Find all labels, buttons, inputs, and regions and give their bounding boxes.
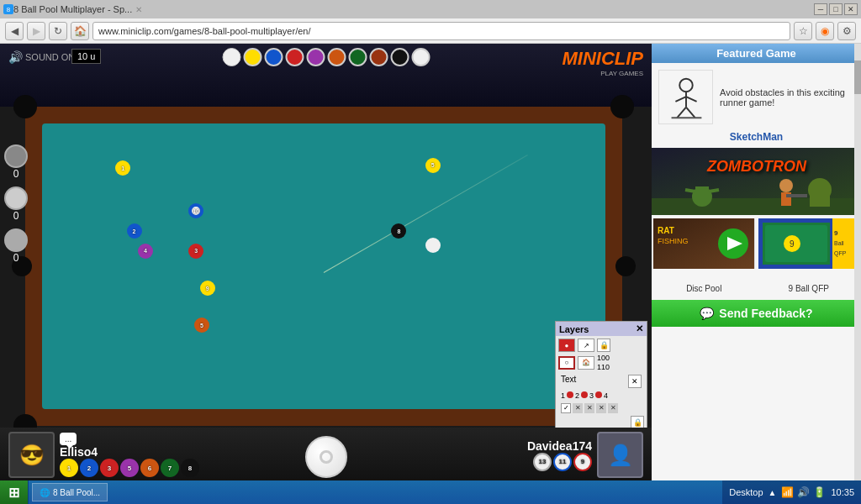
zombotron-image: ZOMBOTRON (652, 148, 861, 215)
x-1[interactable]: ✕ (573, 403, 583, 413)
svg-text:ZOMBOTRON: ZOMBOTRON (706, 158, 807, 175)
p2-ball-2: 11 (553, 453, 572, 471)
layer-house[interactable]: 🏠 (578, 356, 594, 370)
sound-button[interactable]: 🔊 SOUND ON (8, 50, 75, 64)
featured-name-text: SketchMan (730, 131, 783, 143)
tray-expand: ▲ (769, 488, 777, 497)
disc-pool-label: Disc Pool (686, 284, 721, 293)
layer-red-dot[interactable]: ● (558, 339, 575, 352)
score-item-2: 0 (4, 186, 28, 222)
9ball-label: 9 Ball QFP (789, 284, 829, 293)
scrollbar-track[interactable] (854, 44, 861, 480)
p1-ball-7: 8 (181, 459, 199, 477)
ball-black: 8 (391, 223, 406, 239)
scrollbar-thumb[interactable] (854, 60, 861, 94)
layer-lock-1[interactable]: 🔒 (597, 339, 610, 352)
ball-red2: 3 (188, 244, 203, 259)
star-button[interactable]: ☆ (794, 22, 812, 40)
x-4[interactable]: ✕ (608, 403, 618, 413)
address-bar[interactable]: www.miniclip.com/games/8-ball-pool-multi… (92, 22, 790, 40)
nav-bar: ◀ ▶ ↻ 🏠 www.miniclip.com/games/8-ball-po… (0, 18, 861, 44)
title-bar: 8 8 Ball Pool Multiplayer - Sp... ✕ ─ □ … (0, 0, 861, 18)
aim-line (324, 155, 528, 273)
layer-dot-red2 (581, 391, 588, 398)
9ball-item[interactable]: 9 9 Ball QFP (757, 215, 862, 275)
featured-game[interactable]: Avoid obstacles in this exciting runner … (652, 63, 861, 131)
ball-spot: 5 (425, 158, 441, 173)
speech-area: ... (60, 433, 199, 445)
rat-fishing-thumb[interactable]: RAT FISHING (653, 218, 755, 269)
svg-point-14 (779, 179, 793, 192)
svg-text:9: 9 (834, 229, 838, 237)
pool-table-wrapper: 1 2 3 9 10 4 5 8 5 (25, 107, 622, 426)
right-sidebar: Featured Game (652, 44, 861, 482)
layer-dot-red (567, 391, 573, 398)
x-2[interactable]: ✕ (584, 403, 594, 413)
sidebar-label-row: Disc Pool 9 Ball QFP (652, 275, 861, 300)
check-1[interactable]: ✓ (561, 403, 571, 413)
feedback-label: Send Feedback? (719, 307, 812, 320)
layers-text-label: Text (561, 375, 576, 384)
score-num-3: 0 (13, 252, 19, 264)
pocket-top-right (610, 95, 634, 118)
9ball-thumb[interactable]: 9 9 Ball QFP (758, 218, 860, 269)
ball-stripe1: 10 (188, 203, 203, 218)
taskbar-items: 🌐 8 Ball Pool... (29, 483, 722, 501)
score-icon-1 (4, 144, 28, 168)
zombotron-banner[interactable]: ZOMBOTRON (652, 148, 861, 215)
speech-text: ... (65, 434, 71, 444)
layer-oval[interactable]: ○ (558, 356, 575, 370)
sidebar-game-row: RAT FISHING (652, 215, 861, 275)
p1-ball-3: 3 (100, 459, 119, 477)
player-right: Davidea174 13 11 9 👤 (326, 432, 652, 478)
desktop-label: Desktop (729, 487, 763, 497)
ball-cue (411, 48, 430, 66)
layer-x-icon[interactable]: ✕ (628, 375, 642, 388)
tools-button[interactable]: ⚙ (837, 22, 856, 40)
featured-game-thumb[interactable] (658, 70, 713, 124)
layers-close-button[interactable]: ✕ (636, 323, 643, 334)
home-button[interactable]: 🏠 (71, 22, 89, 40)
forward-button[interactable]: ▶ (27, 22, 45, 40)
score-num-2: 0 (13, 210, 19, 222)
x-3[interactable]: ✕ (596, 403, 606, 413)
ball-7 (369, 48, 388, 66)
svg-text:9: 9 (790, 239, 795, 249)
back-button[interactable]: ◀ (5, 22, 24, 40)
ball-yellow2: 9 (200, 281, 215, 296)
content-area: 🔊 SOUND ON 10 u (0, 44, 861, 482)
taskbar-browser-item[interactable]: 🌐 8 Ball Pool... (32, 483, 108, 501)
svg-text:QFP: QFP (834, 250, 847, 257)
ball-blue2: 2 (127, 223, 142, 239)
game-area[interactable]: 🔊 SOUND ON 10 u (0, 44, 652, 482)
ball-8 (390, 48, 409, 66)
rat-fishing-item[interactable]: RAT FISHING (652, 215, 757, 275)
player-panel: 😎 ... Elliso4 1 2 3 5 (0, 428, 652, 482)
layer-arrow[interactable]: ↗ (578, 339, 594, 352)
rss-button[interactable]: ◉ (816, 22, 834, 40)
nav-right-icons: ☆ ◉ ⚙ (794, 22, 856, 40)
tray-battery-icon: 🔋 (813, 486, 826, 498)
refresh-button[interactable]: ↻ (49, 22, 67, 40)
start-button[interactable]: ⊞ (0, 480, 29, 504)
ball-white (222, 48, 240, 66)
layer-count: 100110 (597, 354, 610, 372)
layer-num-2: 2 (575, 391, 579, 400)
tab-close-icon[interactable]: ✕ (135, 5, 142, 14)
player-left: 😎 ... Elliso4 1 2 3 5 (0, 432, 326, 478)
player2-info: Davidea174 13 11 9 (527, 439, 592, 471)
featured-desc-text: Avoid obstacles in this exciting runner … (720, 87, 845, 108)
layers-numbers-row: 1 2 3 4 (558, 391, 644, 401)
layer-num-1: 1 (561, 391, 565, 400)
taskbar-tray: Desktop ▲ 📶 🔊 🔋 10:35 (722, 480, 861, 504)
minimize-button[interactable]: ─ (814, 3, 827, 15)
featured-game-name[interactable]: SketchMan (652, 131, 861, 148)
cue-ball (305, 436, 347, 478)
svg-rect-18 (810, 190, 830, 207)
maximize-button[interactable]: □ (829, 3, 843, 15)
feedback-button[interactable]: 💬 Send Feedback? (652, 300, 861, 327)
layers-checks-row: ✓ ✕ ✕ ✕ ✕ (558, 402, 644, 414)
score-num-1: 0 (13, 168, 19, 180)
featured-title: Featured Game (716, 47, 796, 60)
close-button[interactable]: ✕ (844, 3, 858, 15)
